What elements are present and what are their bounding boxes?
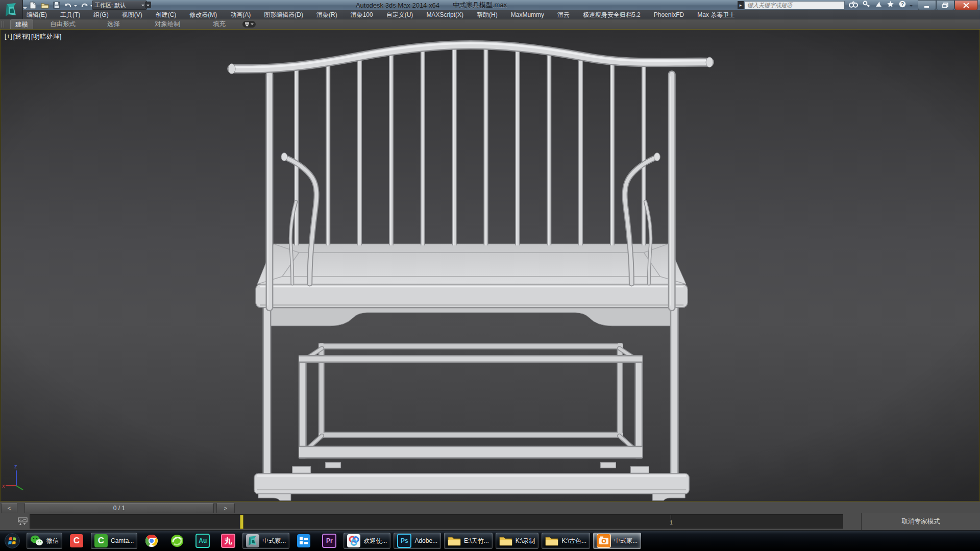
audition-icon: Au: [195, 534, 210, 548]
3dsmax-taskbar-icon: [246, 534, 259, 547]
ribbon-bar: 建模 自由形式 选择 对象绘制 填充: [0, 19, 980, 29]
viewport-shading-menu[interactable]: [明暗处理]: [31, 32, 61, 41]
3dsmax-window: 工作区: 默认 Autodesk 3ds Max 2014 x64 中式家具模型…: [0, 0, 980, 551]
menu-create[interactable]: 创建(C): [156, 11, 177, 19]
windows-taskbar: 微信 C C Camta... Au 丸: [0, 531, 980, 551]
previous-frame-button[interactable]: <: [1, 503, 17, 513]
app-title: Autodesk 3ds Max 2014 x64: [356, 2, 439, 9]
video-app-icon: [297, 534, 310, 547]
taskbar-audition-button[interactable]: Au: [191, 533, 214, 549]
taskbar-camtasia-red-button[interactable]: C: [65, 533, 88, 549]
menu-antivirus[interactable]: Max 杀毒卫士: [697, 11, 735, 19]
infocenter-collapse-arrow[interactable]: ▸: [738, 1, 744, 9]
menu-help[interactable]: 帮助(H): [477, 11, 498, 19]
axis-x-label: x: [2, 483, 5, 489]
application-menu-caret[interactable]: [23, 7, 27, 11]
menu-views[interactable]: 视图(V): [122, 11, 142, 19]
start-button[interactable]: [1, 533, 23, 549]
overflow-caret-icon: [146, 5, 150, 8]
svg-text:?: ?: [901, 1, 904, 7]
folder-icon: [545, 534, 558, 547]
menu-render100[interactable]: 渲染100: [351, 11, 373, 19]
cancel-expert-mode-button[interactable]: 取消专家模式: [861, 513, 980, 530]
workspace-caret-icon: [141, 5, 144, 8]
menu-phoenixfd[interactable]: PhoenixFD: [654, 11, 684, 18]
menu-renderbus[interactable]: 渲云: [557, 11, 570, 19]
viewport-pov-menu[interactable]: [透视]: [13, 32, 30, 41]
taskbar-wechat-button[interactable]: 微信: [27, 533, 62, 549]
track-bar: 1 取消专家模式: [0, 513, 980, 531]
taskbar-camtasia-button[interactable]: C Camta...: [91, 533, 137, 549]
3dsmax-logo-icon: [4, 2, 19, 17]
taskbar-folder1-button[interactable]: E:\天竹...: [444, 533, 493, 549]
menu-tools[interactable]: 工具(T): [60, 11, 80, 19]
menu-maxmummy[interactable]: MaxMummy: [511, 11, 544, 18]
ribbon-grip-handle[interactable]: [2, 21, 4, 28]
perspective-viewport[interactable]: x z [+] [透视] [明暗处理]: [0, 29, 980, 502]
premiere-icon: Pr: [322, 534, 336, 548]
viewport-general-menu[interactable]: [+]: [5, 32, 12, 41]
camtasia-green-icon: C: [94, 534, 108, 547]
toolbar-overflow-button[interactable]: [145, 2, 151, 8]
new-file-icon[interactable]: [29, 1, 37, 9]
search-binoculars-icon[interactable]: [849, 1, 858, 10]
infocenter-search-input[interactable]: [745, 1, 845, 10]
green-browser-icon: [170, 534, 184, 547]
track-bar-ruler[interactable]: 1: [30, 514, 843, 529]
taskbar-3dsmax-button[interactable]: 中式家...: [242, 533, 289, 549]
menu-customize[interactable]: 自定义(U): [386, 11, 413, 19]
menu-group[interactable]: 组(G): [93, 11, 108, 19]
ribbon-tab-object-paint[interactable]: 对象绘制: [150, 19, 185, 29]
taskbar-video-app-button[interactable]: [292, 533, 315, 549]
menu-graph-editors[interactable]: 图形编辑器(D): [264, 11, 303, 19]
taskbar-rings-app-button[interactable]: 欢迎使...: [344, 533, 390, 549]
title-bar: 工作区: 默认 Autodesk 3ds Max 2014 x64 中式家具模型…: [0, 0, 980, 10]
open-mini-curve-editor-button[interactable]: [17, 516, 29, 527]
taskbar-browser-button[interactable]: [166, 533, 188, 549]
ribbon-tab-modeling[interactable]: 建模: [10, 19, 33, 30]
ribbon-collapse-caret: [251, 23, 254, 27]
viewport-label: [+] [透视] [明暗处理]: [5, 32, 62, 41]
application-menu-button[interactable]: [0, 0, 23, 19]
ribbon-collapse-button[interactable]: [242, 21, 256, 28]
current-frame-marker[interactable]: [240, 515, 243, 529]
ribbon-tab-freeform[interactable]: 自由形式: [45, 19, 80, 29]
taskbar-folder2-button[interactable]: K:\录制: [496, 533, 539, 549]
taskbar-wan-button[interactable]: 丸: [217, 533, 239, 549]
menu-slim-archive[interactable]: 极速瘦身安全归档5.2: [583, 11, 641, 19]
menu-edit[interactable]: 编辑(E): [27, 11, 47, 19]
taskbar-capture-tool-button[interactable]: 中式家...: [593, 533, 641, 549]
taskbar-folder3-button[interactable]: K:\古色...: [542, 533, 590, 549]
communication-center-icon[interactable]: [875, 1, 882, 10]
menu-modifiers[interactable]: 修改器(M): [189, 11, 217, 19]
undo-dropdown-caret[interactable]: [74, 5, 77, 8]
viewport-canvas[interactable]: x z: [1, 30, 979, 501]
help-icon[interactable]: ?: [899, 1, 906, 10]
capture-tool-icon: [597, 534, 611, 548]
ribbon-tab-selection[interactable]: 选择: [103, 19, 125, 29]
undo-icon[interactable]: [64, 1, 72, 9]
save-icon[interactable]: [52, 1, 61, 9]
folder-icon: [499, 534, 512, 547]
minimize-button[interactable]: [918, 0, 936, 10]
subscription-key-icon[interactable]: [863, 1, 870, 10]
close-button[interactable]: [954, 0, 978, 10]
taskbar-photoshop-button[interactable]: Ps Adobe...: [394, 533, 441, 549]
document-title: 中式家具模型.max: [453, 1, 507, 10]
ribbon-tab-populate[interactable]: 填充: [208, 19, 230, 29]
time-slider-handle[interactable]: 0 / 1: [24, 503, 214, 513]
workspace-selector[interactable]: 工作区: 默认: [92, 1, 147, 10]
taskbar-premiere-button[interactable]: Pr: [318, 533, 340, 549]
restore-button[interactable]: [936, 0, 954, 10]
menu-rendering[interactable]: 渲染(R): [316, 11, 337, 19]
menu-animation[interactable]: 动画(A): [230, 11, 251, 19]
rings-app-icon: [347, 534, 360, 547]
next-frame-button[interactable]: >: [216, 503, 235, 513]
favorites-star-icon[interactable]: [887, 1, 894, 10]
menu-maxscript[interactable]: MAXScript(X): [426, 11, 463, 18]
open-file-icon[interactable]: [40, 1, 49, 9]
taskbar-chrome-button[interactable]: [140, 533, 163, 549]
redo-icon[interactable]: [80, 1, 89, 9]
frame-1-label: 1: [667, 519, 675, 525]
help-dropdown-caret[interactable]: [910, 5, 913, 8]
